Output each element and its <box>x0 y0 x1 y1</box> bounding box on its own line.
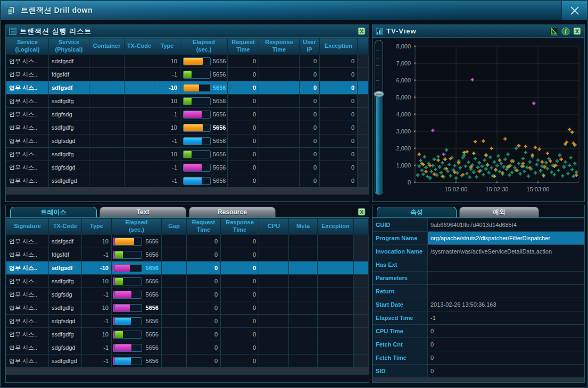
scrollbar-cell <box>358 148 369 161</box>
property-label: CPU Time <box>373 325 428 338</box>
table-row[interactable]: 업무 시스..ssdfgdfg10565600 <box>6 301 369 315</box>
excel-export-icon[interactable]: X <box>573 27 581 35</box>
column-header[interactable]: Service (Physical) <box>49 38 89 55</box>
table-row[interactable]: 업무 시스..sdgfsdgd-15656000 <box>6 161 369 174</box>
cell: sdsfgsdf <box>49 235 82 248</box>
table-row[interactable]: 업무 시스..sdgfsdg-1565600 <box>6 288 369 301</box>
elapsed-gauge-fill <box>115 265 130 272</box>
window-title: 트랜잭션 Drill down <box>21 6 93 15</box>
cell: 0 <box>228 174 259 188</box>
table-row[interactable]: 업무 시스..ssdfgdfg105656000 <box>6 95 369 108</box>
column-header[interactable]: Response Time <box>221 218 259 235</box>
table-row[interactable]: 업무 시스..ssdfgdfg105656000 <box>6 148 369 161</box>
x-tick <box>537 182 539 183</box>
scrollbar-cell <box>358 174 369 188</box>
column-header[interactable]: Type <box>154 38 180 55</box>
cell <box>162 315 187 328</box>
property-row[interactable]: Fetch Cnt0 <box>373 338 584 351</box>
scatter-chart[interactable]: 01,0002,0003,0004,0005,0006,0007,0008,00… <box>384 40 583 200</box>
table-row[interactable]: 업무 시스..sdfgsdf-105656000 <box>6 81 369 95</box>
column-header[interactable]: Service (Logical) <box>6 38 49 55</box>
elapsed-gauge <box>183 150 211 158</box>
property-row[interactable]: Return <box>373 285 584 298</box>
table-row[interactable]: 업무 시스..ssdfgdfg105656000 <box>6 121 369 134</box>
table-row[interactable]: 업무 시스..sdfgsdf-10565600 <box>6 262 369 275</box>
cell: 0 <box>320 108 358 121</box>
tab-inactive[interactable]: 예외 <box>459 207 539 217</box>
elapsed-gauge <box>183 124 211 132</box>
scrollbar-column[interactable] <box>354 218 369 235</box>
cell: sdgfsdgd <box>49 341 82 355</box>
cell: -1 <box>154 174 180 188</box>
property-row[interactable]: Parameters <box>373 272 584 285</box>
slope-icon[interactable] <box>550 27 558 36</box>
property-row[interactable]: CPU Time0 <box>373 325 584 338</box>
table-row[interactable]: 업무 시스..ssdfgdfg10565600 <box>6 275 369 288</box>
property-row[interactable]: Program Nameorg/apache/struts2/dispatche… <box>373 232 584 245</box>
table-row[interactable]: 업무 시스..fdgsfdf-15656000 <box>6 68 369 81</box>
property-row[interactable]: Has Ext <box>373 258 584 272</box>
info-icon[interactable]: i <box>561 27 570 36</box>
property-label: Parameters <box>373 272 428 285</box>
table-row[interactable]: 업무 시스..ssdfgdfgd-15656000 <box>6 174 369 188</box>
cell: 0 <box>320 174 358 188</box>
column-header[interactable]: Meta <box>289 218 318 235</box>
column-header[interactable]: CPU <box>259 218 289 235</box>
table-row[interactable]: 업무 시스..sdgfsdg-15656000 <box>6 108 369 121</box>
property-row[interactable]: Elapsed Time-1 <box>373 311 584 325</box>
y-zoom-slider[interactable] <box>375 40 383 195</box>
column-header[interactable]: Type <box>82 218 112 235</box>
column-header[interactable]: Container <box>89 38 125 55</box>
column-header[interactable]: Gap <box>162 218 187 235</box>
table-row[interactable]: 업무 시스..ssdfgdfgd-1565600 <box>6 355 369 368</box>
property-row[interactable]: Start Date2013-02-26 13:50:36.163 <box>373 298 584 311</box>
column-header[interactable]: Request Time <box>228 38 259 55</box>
cell: -1 <box>154 134 180 148</box>
column-header[interactable]: Elapsed (sec.) <box>180 38 228 55</box>
table-row[interactable]: 업무 시스..sdsfgsdf105656000 <box>6 55 369 68</box>
property-row[interactable]: Fetch Time0 <box>373 351 584 365</box>
cell: 업무 시스.. <box>6 108 49 121</box>
property-row[interactable]: SID0 <box>373 365 584 378</box>
elapsed-gauge-wrap: 5656 <box>183 124 225 132</box>
tab-active[interactable]: 속성 <box>377 207 457 217</box>
column-header[interactable]: TX-Code <box>49 218 82 235</box>
scrollbar-cell <box>358 161 369 174</box>
table-row[interactable]: 업무 시스..sdsfgsdf10565600 <box>6 235 369 248</box>
cell <box>125 121 154 134</box>
property-row[interactable]: Invocation Name/sysmaster/was/activeServ… <box>373 245 584 258</box>
cell <box>289 315 318 328</box>
elapsed-value: 5656 <box>213 71 226 78</box>
column-header[interactable]: TX-Code <box>125 38 154 55</box>
slider-ticks <box>376 44 379 95</box>
column-header[interactable]: Exception <box>318 218 354 235</box>
scrollbar-cell <box>354 355 369 368</box>
panel-trace: 트레이스TextResource X SignatureTX-CodeTypeE… <box>5 205 369 383</box>
table-row[interactable]: 업무 시스..ssdfgdfg10565600 <box>6 328 369 341</box>
property-label: Invocation Name <box>373 245 428 258</box>
scrollbar-column[interactable] <box>358 38 369 55</box>
table-row[interactable]: 업무 시스..sdgfsdgd-15656000 <box>6 134 369 148</box>
tab-inactive[interactable]: Resource <box>189 207 276 217</box>
cell: 0 <box>221 262 259 275</box>
tab-active[interactable]: 트레이스 <box>10 207 97 217</box>
tv-view-header: TV-View i X <box>372 25 584 38</box>
column-header[interactable]: User IP <box>300 38 320 55</box>
column-header[interactable]: Signature <box>6 218 49 235</box>
column-header[interactable]: Exception <box>320 38 358 55</box>
close-button[interactable] <box>561 1 587 20</box>
column-header[interactable]: Request Time <box>187 218 221 235</box>
column-header[interactable]: Response Time <box>259 38 300 55</box>
cell: 0 <box>228 55 259 68</box>
property-row[interactable]: GUID9ab6696401ffb7d4013d14d685f4 <box>373 218 584 232</box>
excel-export-icon[interactable]: X <box>358 27 366 35</box>
table-row[interactable]: 업무 시스..sdgfsdgd-1565600 <box>6 341 369 355</box>
tab-inactive[interactable]: Text <box>100 207 186 217</box>
cell: 0 <box>221 248 259 262</box>
table-row[interactable]: 업무 시스..fdgsfdf-1565600 <box>6 248 369 262</box>
excel-export-icon[interactable]: X <box>358 208 366 216</box>
column-header[interactable]: Elapsed (sec.) <box>112 218 162 235</box>
table-row[interactable]: 업무 시스..sdgfsdgd-1565600 <box>6 315 369 328</box>
property-value: 0 <box>428 338 584 351</box>
cell: sdgfsdg <box>49 288 82 301</box>
